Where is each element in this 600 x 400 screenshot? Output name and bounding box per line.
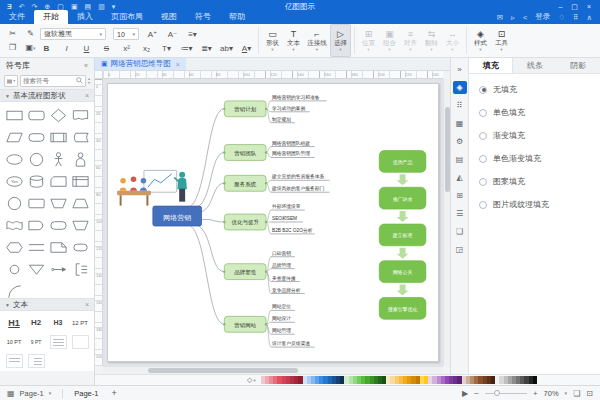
shape-annotation[interactable] [70, 259, 90, 279]
grow-font-icon[interactable]: A⁺ [146, 30, 159, 39]
shape-rectangle[interactable] [4, 105, 24, 125]
fill-color-icon[interactable]: ▾ [247, 376, 256, 384]
radio-icon[interactable] [479, 201, 487, 209]
child-topic[interactable]: B2B B2C O2O分析 [272, 228, 313, 233]
radio-icon[interactable] [479, 155, 487, 163]
collapse-panel-icon[interactable] [84, 62, 88, 69]
maximize-button[interactable] [571, 3, 578, 11]
presentation-icon[interactable] [462, 389, 468, 398]
shape-rounded-small[interactable] [70, 237, 90, 257]
page-selector[interactable]: Page-1 [20, 389, 44, 398]
page-selector-caret-icon[interactable]: ▾ [49, 390, 52, 396]
child-topic[interactable]: 网站定位 [272, 303, 291, 310]
library-pager-icons[interactable]: ▴▾ [88, 77, 90, 85]
cut-icon[interactable] [7, 28, 18, 39]
text-style-10pt[interactable]: 10 PT [7, 339, 22, 345]
line-spacing-icon[interactable]: ▾ [200, 44, 213, 53]
fill-option-texture[interactable]: 图片或纹理填充 [479, 199, 590, 210]
child-topic[interactable]: SEO和SEM [272, 215, 297, 221]
text-tool-button[interactable]: 文本▾ [283, 24, 304, 57]
clipart-meeting[interactable] [117, 170, 187, 205]
child-topic[interactable]: 美誉度传播 [272, 275, 296, 282]
shape-person[interactable] [48, 149, 68, 169]
shape-parallel-lines[interactable] [26, 237, 46, 257]
chart-panel-icon[interactable] [453, 171, 467, 184]
child-topic[interactable]: 设计客户反馈渠道 [271, 340, 310, 346]
shape-parallelogram[interactable] [4, 127, 24, 147]
size-button[interactable]: 大小▾ [442, 24, 463, 57]
search-input[interactable] [23, 77, 76, 84]
connector-tool-button[interactable]: 连接线▾ [304, 24, 330, 57]
child-topic[interactable]: 网络营销的学习和准备 [272, 94, 320, 101]
position-button[interactable]: 位置▾ [358, 24, 379, 57]
list-panel-icon[interactable] [453, 207, 467, 220]
tab-line[interactable]: 线条 [513, 58, 556, 73]
child-topic[interactable]: 口碑营销 [272, 250, 291, 257]
shape-stadium[interactable] [26, 127, 46, 147]
promotion-icon[interactable] [558, 13, 565, 22]
horizontal-scrollbar[interactable] [103, 366, 443, 374]
shape-tape[interactable] [4, 215, 24, 235]
minimize-button[interactable] [558, 3, 562, 11]
fit-page-icon[interactable] [586, 389, 593, 398]
format-painter-icon[interactable] [25, 28, 36, 39]
shape-yes-ellipse[interactable]: Yes [4, 171, 24, 191]
strikethrough-icon[interactable]: S [100, 44, 113, 53]
shape-stored-data[interactable] [70, 127, 90, 147]
fill-option-solid[interactable]: 单色填充 [479, 107, 590, 118]
copy-icon[interactable] [7, 42, 18, 53]
shape-delay[interactable] [26, 215, 46, 235]
child-topic[interactable]: 制定规划 [272, 116, 291, 123]
login-button[interactable]: 登录 [535, 12, 550, 22]
zoom-slider[interactable] [485, 393, 527, 394]
shape-person-solid[interactable] [70, 149, 90, 169]
child-topic[interactable]: 网站设计 [272, 315, 291, 322]
tab-page-layout[interactable]: 页面布局 [102, 10, 152, 24]
symbols-panel-icon[interactable] [453, 99, 467, 112]
vertical-scrollbar[interactable] [443, 79, 450, 366]
character-spacing-icon[interactable]: ▾ [220, 44, 233, 53]
feedback-icon[interactable] [497, 13, 503, 22]
fullscreen-icon[interactable] [573, 389, 580, 398]
superscript-icon[interactable] [120, 44, 133, 53]
picture-panel-icon[interactable] [453, 117, 467, 130]
child-topic[interactable]: 竞争品牌分析 [272, 287, 301, 294]
canvas-viewport[interactable]: 网络营销的学习和准备 学习成功的案例 制定规划 网络营销团队组建 网络营销团队管… [103, 79, 443, 366]
group-button[interactable]: 组合▾ [379, 24, 400, 57]
tab-insert[interactable]: 插入 [68, 10, 102, 24]
child-topic[interactable]: 品牌管理 [272, 262, 291, 269]
fill-panel-icon[interactable] [453, 81, 467, 94]
shape-terminator[interactable] [48, 215, 68, 235]
text-style-thumbnail[interactable] [6, 354, 23, 368]
theme-panel-icon[interactable] [453, 135, 467, 148]
fill-option-pattern[interactable]: 图案填充 [479, 176, 590, 187]
table-panel-icon[interactable] [453, 189, 467, 202]
text-style-h2[interactable]: H2 [31, 318, 41, 327]
text-style-12pt[interactable]: 12 PT [72, 320, 88, 326]
text-style-thumbnail[interactable] [72, 335, 89, 349]
shape-junction-arrow[interactable] [48, 259, 68, 279]
page-tab[interactable]: Page-1 [74, 389, 98, 398]
tab-symbols[interactable]: 符号 [186, 10, 220, 24]
shape-inverted-trapezoid[interactable] [70, 215, 90, 235]
palette-swatch[interactable] [533, 376, 537, 384]
bold-icon[interactable]: B [40, 44, 53, 53]
radio-icon[interactable] [479, 109, 487, 117]
close-document-icon[interactable]: × [176, 61, 180, 68]
tab-file[interactable]: 文件 [0, 10, 34, 24]
page-setup-panel-icon[interactable] [453, 153, 467, 166]
fullscreen-panel-icon[interactable] [453, 243, 467, 256]
shape-hexagon[interactable] [4, 237, 24, 257]
shape-diamond[interactable] [48, 105, 68, 125]
fill-option-none[interactable]: 无填充 [479, 84, 590, 95]
alignment-icon[interactable]: ▾ [186, 30, 199, 39]
zoom-caret-icon[interactable]: ▾ [565, 390, 568, 396]
drawing-page[interactable]: 网络营销的学习和准备 学习成功的案例 制定规划 网络营销团队组建 网络营销团队管… [107, 83, 439, 362]
bullet-list-icon[interactable]: ▾ [180, 44, 193, 53]
italic-icon[interactable]: I [60, 44, 73, 53]
radio-icon[interactable] [479, 86, 487, 94]
document-tab[interactable]: 网络营销思维导图 × [95, 58, 186, 70]
shape-manual-operation[interactable] [48, 193, 68, 213]
shape-note[interactable] [48, 237, 68, 257]
zoom-out-icon[interactable] [474, 389, 479, 398]
